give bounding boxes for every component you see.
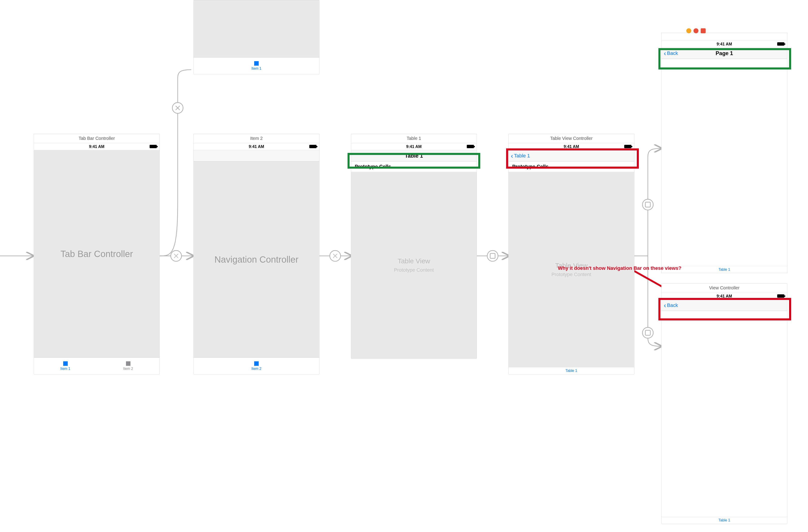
tableview-label: Table View (398, 257, 430, 265)
back-button[interactable]: ‹ Back (664, 302, 678, 309)
status-bar: 9:41 AM (662, 41, 787, 48)
chevron-left-icon: ‹ (511, 152, 513, 159)
tab-label: Item 1 (60, 367, 70, 371)
scene-tab-bar-controller[interactable]: Tab Bar Controller 9:41 AM Tab Bar Contr… (34, 134, 160, 374)
svg-rect-8 (490, 253, 495, 258)
prototype-cells-header: Prototype Cells (509, 162, 634, 172)
tab-bar: Item 2 (194, 358, 319, 374)
tab-label: Item 2 (252, 367, 261, 371)
tab-item-1[interactable]: Item 1 (194, 58, 319, 74)
dock-red-icon (694, 28, 698, 33)
back-button[interactable]: ‹ Table 1 (511, 152, 530, 159)
battery-icon (467, 145, 474, 148)
time-label: 9:41 AM (717, 294, 732, 299)
status-bar: 9:41 AM (509, 144, 634, 150)
time-label: 9:41 AM (406, 144, 422, 149)
tab-bar: Item 1 Item 2 (34, 358, 160, 374)
time-label: 9:41 AM (249, 144, 264, 149)
svg-point-1 (172, 102, 183, 113)
annotation-text: Why it doesn't show Navigation Bar on th… (558, 265, 693, 271)
scene-title: Table View Controller (509, 134, 634, 144)
scene-navigation-controller[interactable]: Item 2 9:41 AM Navigation Controller Ite… (194, 134, 319, 374)
tab-bar: Item 1 (194, 57, 319, 74)
back-button[interactable]: ‹ Back (664, 50, 678, 57)
square-icon (254, 61, 259, 66)
footer-link[interactable]: Table 1 (509, 367, 634, 374)
svg-rect-13 (645, 330, 650, 335)
tab-label: Item 1 (252, 66, 261, 71)
status-bar: 9:41 AM (662, 293, 787, 300)
scene-title: Table 1 (351, 134, 477, 144)
scene-item1-partial[interactable]: Item 1 (194, 0, 319, 74)
square-icon (63, 361, 68, 366)
dock-yellow-icon (686, 28, 691, 33)
prototype-content-label: Prototype Content (551, 272, 591, 278)
battery-icon (777, 42, 784, 46)
scene-title: View Controller (662, 284, 787, 293)
tab-item-1[interactable]: Item 1 (34, 358, 97, 374)
time-label: 9:41 AM (564, 144, 579, 149)
prototype-cells-header: Prototype Cells (351, 162, 477, 172)
scene-page1[interactable]: 9:41 AM ‹ Back Page 1 Table 1 (661, 33, 787, 273)
navigation-bar (194, 150, 319, 162)
scene-table-view-controller[interactable]: Table View Controller 9:41 AM ‹ Table 1 … (508, 134, 634, 374)
square-icon (254, 361, 259, 366)
scene-title: Tab Bar Controller (34, 134, 160, 144)
scene-table1[interactable]: Table 1 9:41 AM Table 1 Prototype Cells … (351, 134, 477, 359)
footer-link[interactable]: Table 1 (662, 517, 787, 524)
status-bar: 9:41 AM (34, 144, 160, 150)
back-label: Back (667, 50, 678, 56)
scene-title: Item 2 (194, 134, 319, 144)
time-label: 9:41 AM (89, 144, 104, 149)
svg-point-10 (642, 199, 653, 210)
svg-point-5 (330, 250, 341, 261)
status-bar: 9:41 AM (194, 144, 319, 150)
svg-point-3 (171, 250, 182, 261)
navigation-bar: Table 1 (351, 150, 477, 162)
controller-label: Navigation Controller (214, 254, 298, 265)
battery-icon (309, 145, 316, 148)
navigation-bar: ‹ Back (662, 300, 787, 311)
battery-icon (777, 294, 784, 298)
svg-rect-11 (645, 202, 650, 207)
controller-label: Tab Bar Controller (60, 249, 133, 259)
tab-label: Item 2 (123, 367, 133, 371)
svg-point-7 (487, 250, 498, 261)
back-label: Back (667, 302, 678, 308)
status-bar: 9:41 AM (351, 144, 477, 150)
nav-title: Page 1 (716, 50, 733, 56)
nav-title: Table 1 (405, 153, 423, 159)
scene-dock-controls (686, 28, 706, 33)
back-label: Table 1 (514, 153, 530, 159)
svg-point-12 (642, 327, 653, 338)
battery-icon (150, 145, 157, 148)
dock-redbox-icon (701, 28, 706, 33)
time-label: 9:41 AM (717, 42, 732, 46)
prototype-content-label: Prototype Content (394, 267, 434, 273)
tab-item-2[interactable]: Item 2 (97, 358, 160, 374)
tab-item[interactable]: Item 2 (194, 358, 319, 374)
scene-view-controller[interactable]: View Controller 9:41 AM ‹ Back Table 1 (661, 283, 787, 524)
navigation-bar: ‹ Table 1 (509, 150, 634, 162)
battery-icon (624, 145, 631, 148)
navigation-bar: ‹ Back Page 1 (662, 48, 787, 59)
square-icon (126, 361, 130, 366)
chevron-left-icon: ‹ (664, 50, 666, 57)
scene-title-spacer (662, 33, 787, 41)
chevron-left-icon: ‹ (664, 302, 666, 309)
